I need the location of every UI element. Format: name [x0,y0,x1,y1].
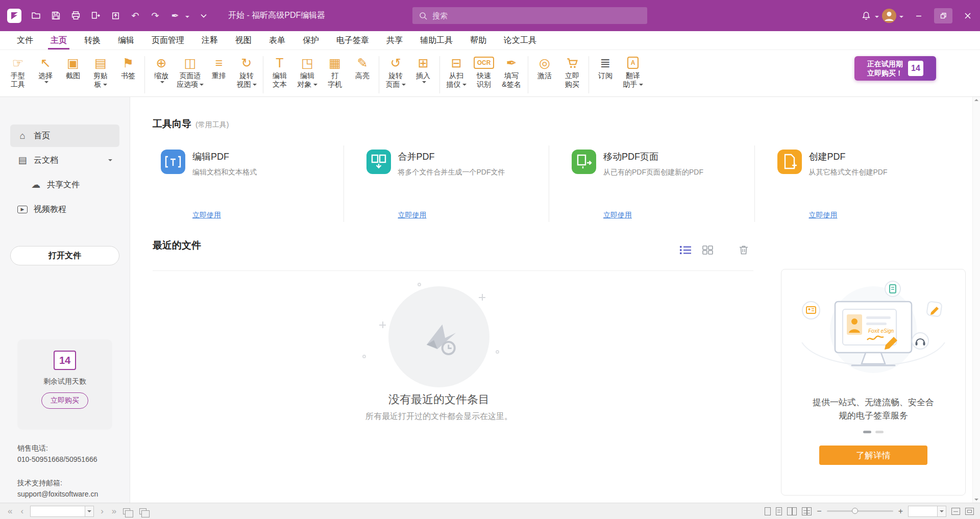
menu-edit[interactable]: 编辑 [109,31,143,50]
zoom-level-input[interactable] [908,506,938,517]
ribbon-highlight[interactable]: ✎ 高亮 [349,53,376,81]
ribbon-zoom[interactable]: ⊕ 缩放 [148,53,175,85]
menu-protect[interactable]: 保护 [294,31,328,50]
copy-pages-icon[interactable] [139,508,146,514]
content-scrollbar[interactable] [972,97,980,503]
zoom-slider-thumb[interactable] [852,508,858,514]
esign-pen-icon[interactable]: ✒ [169,10,181,21]
support-email-link[interactable]: support@foxitsoftware.cn [17,488,98,500]
redo-icon[interactable]: ↷ [150,10,161,21]
use-now-link[interactable]: 立即使用 [398,211,427,220]
ribbon-clipboard[interactable]: ▤ 剪贴 板 [87,53,114,90]
tool-card-merge-pdf[interactable]: 合并PDF 将多个文件合并生成一个PDF文件 立即使用 [344,145,549,222]
ribbon-activate[interactable]: ◎ 激活 [531,53,558,81]
sidebar-item-video-tutorials[interactable]: ▶ 视频教程 [10,198,119,220]
use-now-link[interactable]: 立即使用 [603,211,632,220]
open-file-button[interactable]: 打开文件 [10,246,119,265]
zoom-in-button[interactable]: + [898,507,903,515]
ribbon-fit-options[interactable]: ◫ 页面适 应选项 [175,53,205,90]
menu-view[interactable]: 视图 [227,31,260,50]
sidebar-item-shared-files[interactable]: ☁ 共享文件 [10,174,119,196]
zoom-out-button[interactable]: − [817,507,821,515]
use-now-link[interactable]: 立即使用 [809,211,838,220]
ribbon-edit-text[interactable]: T 编辑 文本 [266,53,293,90]
clear-recent-trash-icon[interactable] [739,245,749,255]
menu-accessibility[interactable]: 辅助工具 [411,31,461,50]
customize-toolbar-icon[interactable] [198,10,209,21]
menu-paper-tools[interactable]: 论文工具 [495,31,545,50]
search-input[interactable] [432,11,641,20]
ribbon-reflow[interactable]: ≡ 重排 [205,53,233,81]
esign-dropdown-caret[interactable] [185,16,189,20]
menu-file[interactable]: 文件 [8,31,42,50]
restore-window-button[interactable] [934,8,952,23]
sidebar-item-home[interactable]: ⌂ 首页 [10,125,119,147]
ribbon-insert[interactable]: ⊞ 插入 [409,53,437,85]
menu-comment[interactable]: 注释 [193,31,227,50]
menu-page-organize[interactable]: 页面管理 [143,31,193,50]
menu-share[interactable]: 共享 [378,31,411,50]
ribbon-buy-now[interactable]: 立即 购买 [558,53,586,90]
menu-home[interactable]: 主页 [42,31,76,50]
ribbon-bookmark[interactable]: ⚑ 书签 [114,53,142,81]
first-page-button[interactable]: « [6,507,14,515]
menu-form[interactable]: 表单 [260,31,294,50]
fit-page-icon[interactable] [965,508,974,515]
ribbon-from-scanner[interactable]: ⊟ 从扫 描仪 [443,53,470,90]
scroll-up-arrow[interactable] [974,99,978,101]
minimize-button[interactable] [910,8,928,23]
share-document-icon[interactable] [110,10,121,21]
sidebar-item-cloud-docs[interactable]: ▤ 云文档 [10,149,119,171]
save-icon[interactable] [50,10,61,21]
ribbon-fill-sign[interactable]: ✒ 填写 &签名 [498,53,525,90]
tool-card-create-pdf[interactable]: 创建PDF 从其它格式文件创建PDF 立即使用 [754,145,960,222]
buy-now-button[interactable]: 立即购买 [41,392,88,409]
prev-page-button[interactable]: ‹ [19,507,25,515]
menu-help[interactable]: 帮助 [461,31,495,50]
user-avatar[interactable] [882,9,896,23]
page-dropdown-button[interactable] [85,506,94,517]
ribbon-rotate-view[interactable]: ↻ 旋转 视图 [233,53,260,90]
chevron-down-icon[interactable] [108,159,112,163]
zoom-dropdown-button[interactable] [938,506,946,517]
ribbon-edit-object[interactable]: ◳ 编辑 对象 [293,53,321,90]
continuous-facing-view-icon[interactable] [802,507,812,515]
ribbon-quick-ocr[interactable]: OCR 快速 识别 [470,53,498,90]
notification-bell-icon[interactable] [861,10,872,21]
undo-icon[interactable]: ↶ [130,10,141,21]
ribbon-rotate-pages[interactable]: ↺ 旋转 页面 [382,53,409,90]
ribbon-translate-assistant[interactable]: A 翻译 助手 [619,53,647,90]
last-page-button[interactable]: » [110,507,118,515]
carousel-dot-2[interactable] [875,431,884,433]
ribbon-subscribe[interactable]: ≣ 订阅 [592,53,619,81]
use-now-link[interactable]: 立即使用 [192,211,221,220]
grid-view-icon[interactable] [702,245,713,255]
ribbon-typewriter[interactable]: ▦ 打 字机 [321,53,349,90]
open-file-icon[interactable] [30,10,41,21]
continuous-view-icon[interactable] [776,507,782,515]
learn-more-button[interactable]: 了解详情 [819,446,927,465]
list-view-icon[interactable] [680,245,691,255]
account-dropdown-caret[interactable] [899,16,903,20]
scroll-down-arrow[interactable] [974,499,978,501]
fit-width-icon[interactable] [951,508,960,515]
tool-card-organize-pdf[interactable]: 移动PDF页面 从已有的PDF页面创建新的PDF 立即使用 [549,145,754,222]
ribbon-hand-tool[interactable]: ☞ 手型 工具 [4,53,32,90]
menu-convert[interactable]: 转换 [76,31,109,50]
facing-view-icon[interactable] [787,507,797,515]
single-page-view-icon[interactable] [765,507,771,515]
next-page-button[interactable]: › [99,507,105,515]
close-button[interactable] [959,8,977,23]
trial-period-banner[interactable]: 正在试用期 立即购买！ 14 [854,56,936,81]
menu-esign[interactable]: 电子签章 [328,31,378,50]
zoom-slider[interactable] [827,510,893,512]
page-number-input[interactable] [30,506,85,517]
ribbon-select-tool[interactable]: ↖ 选择 [32,53,59,85]
tool-card-edit-pdf[interactable]: 编辑PDF 编辑文档和文本格式 立即使用 [153,145,344,222]
carousel-dot-1[interactable] [863,431,871,433]
print-icon[interactable] [70,10,81,21]
ribbon-snapshot[interactable]: ▣ 截图 [59,53,87,81]
search-box[interactable] [412,7,647,24]
notification-dropdown-caret[interactable] [875,16,879,20]
export-pdf-icon[interactable] [90,10,101,21]
